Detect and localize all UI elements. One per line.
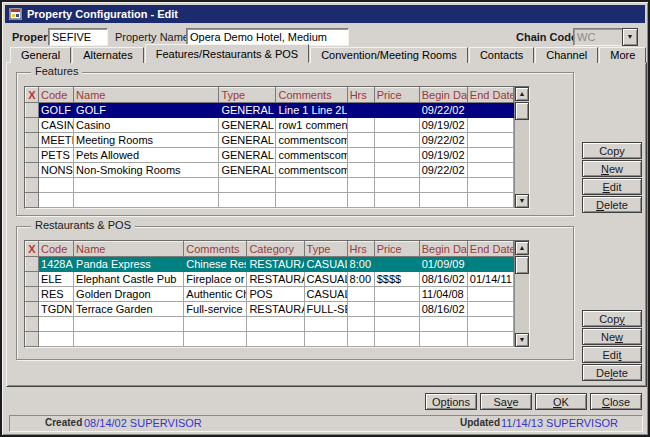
column-header-comments[interactable]: Comments xyxy=(184,242,247,257)
cell: $$$$ xyxy=(374,272,419,287)
table-row[interactable]: GOLFGOLFGENERALLine 1 Line 2Line09/22/02 xyxy=(26,103,514,118)
cell xyxy=(347,103,374,118)
new-button[interactable]: New xyxy=(582,160,642,177)
cell: Pets Allowed xyxy=(74,148,219,163)
column-header-begin-date[interactable]: Begin Date xyxy=(419,88,467,103)
column-header-end-date[interactable]: End Date xyxy=(467,88,513,103)
table-row[interactable]: 1428ADPanda ExpressChinese RestauRESTAUR… xyxy=(26,257,514,272)
row-selector[interactable] xyxy=(26,103,39,118)
cell xyxy=(374,257,419,272)
save-button[interactable]: Save xyxy=(480,393,532,410)
cell xyxy=(347,302,374,317)
cell: 09/19/02 xyxy=(419,118,467,133)
status-bar: Created 08/14/02 SUPERVISOR Updated 11/1… xyxy=(9,415,643,432)
column-header-hrs[interactable]: Hrs xyxy=(347,88,374,103)
edit-button[interactable]: Edit xyxy=(582,346,642,363)
row-selector[interactable] xyxy=(26,133,39,148)
row-selector[interactable] xyxy=(26,332,39,347)
copy-button[interactable]: Copy xyxy=(582,142,642,159)
empty-row[interactable] xyxy=(26,178,514,193)
copy-button[interactable]: Copy xyxy=(582,310,642,327)
close-button[interactable]: Close xyxy=(590,393,642,410)
cell: Elephant Castle Pub xyxy=(74,272,184,287)
cell xyxy=(374,163,419,178)
new-button[interactable]: New xyxy=(582,328,642,345)
cell: GOLF xyxy=(39,103,74,118)
cell xyxy=(467,163,513,178)
cell: MEETING xyxy=(39,133,74,148)
options-button[interactable]: Options xyxy=(425,393,477,410)
row-selector[interactable] xyxy=(26,148,39,163)
scrollbar-thumb[interactable] xyxy=(515,256,529,274)
column-header-type[interactable]: Type xyxy=(219,88,276,103)
column-header-name[interactable]: Name xyxy=(74,88,219,103)
scroll-down-icon[interactable]: ▼ xyxy=(515,194,529,208)
column-header-hrs[interactable]: Hrs xyxy=(347,242,374,257)
tab-features-restaurants-pos[interactable]: Features/Restaurants & POS xyxy=(145,44,309,63)
cell: RESTAURANT xyxy=(247,272,304,287)
cell: Non-Smoking Rooms xyxy=(74,163,219,178)
tab-convention-meeting-rooms[interactable]: Convention/Meeting Rooms xyxy=(310,47,468,63)
cell xyxy=(467,133,513,148)
cell xyxy=(276,193,347,208)
column-header-begin-date[interactable]: Begin Date xyxy=(419,242,467,257)
table-row[interactable]: ELEElephant Castle PubFireplace or patRE… xyxy=(26,272,514,287)
cell xyxy=(247,332,304,347)
row-selector[interactable] xyxy=(26,193,39,208)
row-selector[interactable] xyxy=(26,272,39,287)
features-scrollbar[interactable]: ▲ ▼ xyxy=(514,87,529,208)
ok-button[interactable]: OK xyxy=(535,393,587,410)
edit-button[interactable]: Edit xyxy=(582,178,642,195)
cell xyxy=(467,103,513,118)
column-header-x[interactable]: X xyxy=(26,88,39,103)
cell: GOLF xyxy=(74,103,219,118)
table-row[interactable]: RESGolden DragonAuthentic ChinesPOSCASUA… xyxy=(26,287,514,302)
cell xyxy=(39,178,74,193)
scroll-up-icon[interactable]: ▲ xyxy=(515,241,529,255)
column-header-end-date[interactable]: End Date xyxy=(467,242,513,257)
row-selector[interactable] xyxy=(26,178,39,193)
tab-general[interactable]: General xyxy=(10,47,71,63)
cell xyxy=(304,332,347,347)
column-header-code[interactable]: Code xyxy=(39,242,74,257)
row-selector[interactable] xyxy=(26,163,39,178)
tab-contacts[interactable]: Contacts xyxy=(469,47,534,63)
column-header-name[interactable]: Name xyxy=(74,242,184,257)
tab-channel[interactable]: Channel xyxy=(535,47,598,63)
cell xyxy=(219,193,276,208)
row-selector[interactable] xyxy=(26,317,39,332)
column-header-code[interactable]: Code xyxy=(39,88,74,103)
table-row[interactable]: PETSPets AllowedGENERALcommentscomme09/1… xyxy=(26,148,514,163)
delete-button[interactable]: Delete xyxy=(582,196,642,213)
column-header-category[interactable]: Category xyxy=(247,242,304,257)
scrollbar-thumb[interactable] xyxy=(515,102,529,120)
scroll-up-icon[interactable]: ▲ xyxy=(515,87,529,101)
features-grid: XCodeNameTypeCommentsHrsPriceBegin DateE… xyxy=(25,87,514,208)
column-header-comments[interactable]: Comments xyxy=(276,88,347,103)
row-selector[interactable] xyxy=(26,257,39,272)
empty-row[interactable] xyxy=(26,317,514,332)
row-selector[interactable] xyxy=(26,302,39,317)
scroll-down-icon[interactable]: ▼ xyxy=(515,333,529,347)
empty-row[interactable] xyxy=(26,193,514,208)
tab-more[interactable]: More xyxy=(599,47,646,63)
table-row[interactable]: CASINOCasinoGENERALrow1 comments o09/19/… xyxy=(26,118,514,133)
cell xyxy=(374,302,419,317)
delete-button[interactable]: Delete xyxy=(582,364,642,381)
column-header-price[interactable]: Price xyxy=(374,88,419,103)
row-selector[interactable] xyxy=(26,287,39,302)
restaurants-scrollbar[interactable]: ▲ ▼ xyxy=(514,241,529,347)
table-row[interactable]: NONSMKNon-Smoking RoomsGENERALcommentsco… xyxy=(26,163,514,178)
row-selector[interactable] xyxy=(26,118,39,133)
table-row[interactable]: MEETINGMeeting RoomsGENERALcommentscomme… xyxy=(26,133,514,148)
updated-value: 11/14/13 SUPERVISOR xyxy=(501,417,618,429)
cell xyxy=(347,287,374,302)
column-header-x[interactable]: X xyxy=(26,242,39,257)
tab-alternates[interactable]: Alternates xyxy=(72,47,144,63)
cell xyxy=(419,317,467,332)
column-header-price[interactable]: Price xyxy=(374,242,419,257)
table-row[interactable]: TGDNTerrace GardenFull-service dininREST… xyxy=(26,302,514,317)
cell: CASUAL xyxy=(304,287,347,302)
empty-row[interactable] xyxy=(26,332,514,347)
column-header-type[interactable]: Type xyxy=(304,242,347,257)
